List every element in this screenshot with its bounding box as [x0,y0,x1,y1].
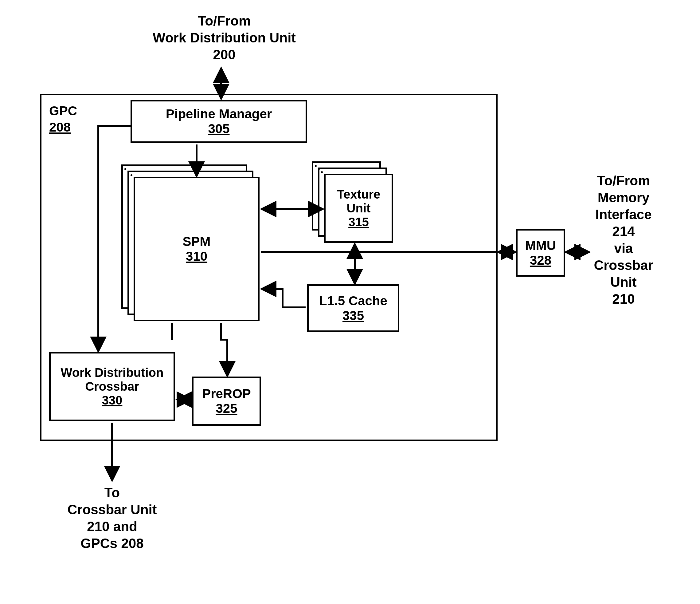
wdx-line2: Crossbar [85,380,139,393]
right-line8: 210 [583,290,664,307]
gpc-text: GPC [49,103,77,119]
gpc-num: 208 [49,119,77,136]
top-label: To/From Work Distribution Unit 200 [138,12,310,63]
mmu-label: MMU [525,238,556,253]
top-num: 200 [138,46,310,63]
gpc-label: GPC 208 [49,103,77,135]
texture-line1: Texture [337,188,380,201]
work-distribution-crossbar-box: Work Distribution Crossbar 330 [49,352,175,421]
texture-unit-box: Texture Unit 315 [324,174,393,243]
wdx-num: 330 [102,393,123,407]
bottom-line2: Crossbar Unit [58,501,166,518]
bottom-line4: GPCs 208 [58,535,166,552]
right-line3: Interface [583,206,664,223]
right-line4: 214 [583,223,664,240]
mmu-num: 328 [530,253,551,268]
pipeline-label: Pipeline Manager [166,107,272,121]
prerop-num: 325 [216,401,237,416]
spm-label: SPM [182,234,210,249]
top-line2: Work Distribution Unit [138,29,310,46]
texture-num: 315 [348,215,369,229]
spm-num: 310 [186,249,207,264]
top-line1: To/From [138,12,310,29]
right-line1: To/From [583,172,664,189]
prerop-box: PreROP 325 [192,377,261,426]
prerop-label: PreROP [202,386,251,401]
bottom-label: To Crossbar Unit 210 and GPCs 208 [58,484,166,552]
right-line7: Unit [583,273,664,290]
right-line2: Memory [583,189,664,206]
spm-box: SPM 310 [133,177,259,321]
texture-line2: Unit [347,201,371,215]
diagram-canvas: To/From Work Distribution Unit 200 GPC 2… [0,0,700,604]
pipeline-num: 305 [208,121,229,136]
pipeline-manager-box: Pipeline Manager 305 [130,100,307,143]
right-label: To/From Memory Interface 214 via Crossba… [583,172,664,307]
mmu-box: MMU 328 [516,229,565,276]
bottom-line3: 210 and [58,518,166,535]
bottom-line1: To [58,484,166,501]
wdx-line1: Work Distribution [61,366,164,380]
cache-label: L1.5 Cache [319,293,387,308]
l15-cache-box: L1.5 Cache 335 [307,284,399,332]
right-line5: via [583,240,664,257]
cache-num: 335 [343,308,364,323]
right-line6: Crossbar [583,257,664,273]
